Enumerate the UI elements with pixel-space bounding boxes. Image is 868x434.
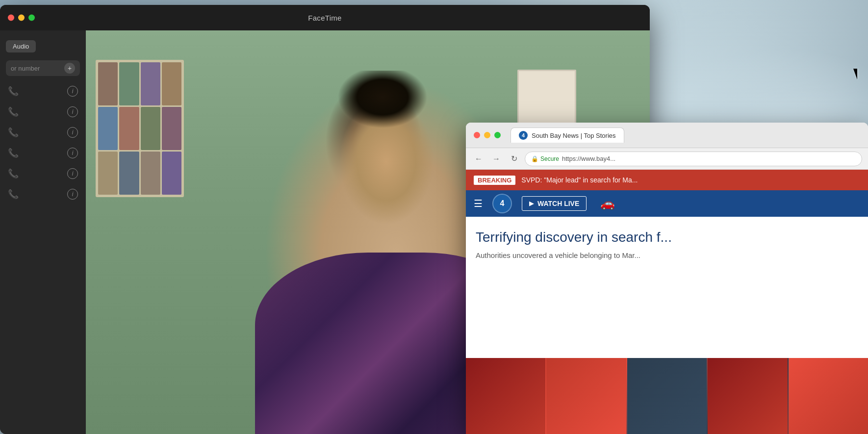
facetime-sidebar: Audio or number + 📞 i 📞 i 📞 i 📞 i — [0, 30, 86, 434]
audio-button[interactable]: Audio — [6, 40, 36, 52]
phone-icon: 📞 — [8, 86, 19, 97]
phone-icon: 📞 — [8, 148, 19, 158]
breaking-news-banner: BREAKING SVPD: "Major lead" in search fo… — [466, 170, 868, 190]
channel4-tab-icon: 4 — [519, 131, 528, 140]
browser-window-controls — [474, 132, 501, 138]
info-icon[interactable]: i — [67, 106, 78, 117]
browser-toolbar: ← → ↻ 🔒 Secure https://www.bay4... — [466, 148, 868, 170]
news-content: Terrifying discovery in search f... Auth… — [466, 217, 868, 434]
contact-item[interactable]: 📞 i — [0, 143, 86, 163]
contact-item[interactable]: 📞 i — [0, 102, 86, 122]
traffic-car-icon: 🚗 — [600, 197, 615, 210]
search-placeholder: or number — [11, 65, 40, 72]
info-icon[interactable]: i — [67, 127, 78, 138]
news-img-piece — [708, 358, 787, 434]
news-headline: Terrifying discovery in search f... — [476, 229, 858, 246]
browser-maximize-button[interactable] — [494, 132, 501, 138]
news-img-piece — [789, 358, 868, 434]
window-controls — [8, 15, 35, 21]
contact-item[interactable]: 📞 i — [0, 163, 86, 184]
facetime-minimize-button[interactable] — [18, 15, 25, 21]
contact-item[interactable]: 📞 i — [0, 184, 86, 204]
breaking-label: BREAKING — [474, 176, 515, 185]
channel4-logo: 4 — [492, 194, 512, 213]
back-button[interactable]: ← — [472, 152, 485, 166]
news-subtext: Authorities uncovered a vehicle belongin… — [476, 251, 858, 259]
facetime-title: FaceTime — [308, 14, 342, 22]
add-contact-button[interactable]: + — [64, 63, 75, 74]
url-text: https://www.bay4... — [562, 155, 615, 162]
news-img-piece — [466, 358, 545, 434]
secure-badge: 🔒 Secure — [531, 155, 559, 162]
breaking-news-text: SVPD: "Major lead" in search for Ma... — [521, 176, 638, 184]
browser-tab[interactable]: 4 South Bay News | Top Stories — [511, 128, 624, 143]
facetime-close-button[interactable] — [8, 15, 14, 21]
tab-title: South Bay News | Top Stories — [532, 132, 616, 139]
browser-titlebar: 4 South Bay News | Top Stories — [466, 123, 868, 148]
info-icon[interactable]: i — [67, 86, 78, 97]
news-img-piece — [546, 358, 626, 434]
phone-icon: 📞 — [8, 106, 19, 117]
contact-item[interactable]: 📞 i — [0, 122, 86, 143]
address-bar[interactable]: 🔒 Secure https://www.bay4... — [525, 152, 862, 166]
contact-list: 📞 i 📞 i 📞 i 📞 i 📞 i 📞 i — [0, 81, 86, 204]
hamburger-menu-icon[interactable]: ☰ — [474, 198, 483, 209]
info-icon[interactable]: i — [67, 148, 78, 158]
info-icon[interactable]: i — [67, 189, 78, 200]
search-box[interactable]: or number + — [6, 60, 80, 76]
phone-icon: 📞 — [8, 189, 19, 200]
browser-close-button[interactable] — [474, 132, 480, 138]
browser-minimize-button[interactable] — [484, 132, 490, 138]
info-icon[interactable]: i — [67, 168, 78, 179]
phone-icon: 📞 — [8, 168, 19, 179]
news-navbar: ☰ 4 ▶ WATCH LIVE 🚗 — [466, 190, 868, 217]
browser-window: 4 South Bay News | Top Stories ← → ↻ 🔒 S… — [466, 123, 868, 434]
lock-icon: 🔒 — [531, 155, 538, 162]
hair-detail — [311, 71, 454, 159]
forward-button[interactable]: → — [489, 152, 503, 166]
play-icon: ▶ — [529, 200, 534, 207]
facetime-titlebar: FaceTime — [0, 5, 650, 30]
phone-icon: 📞 — [8, 127, 19, 138]
watch-live-button[interactable]: ▶ WATCH LIVE — [522, 196, 587, 211]
contact-item[interactable]: 📞 i — [0, 81, 86, 102]
news-img-piece — [627, 358, 707, 434]
facetime-maximize-button[interactable] — [28, 15, 35, 21]
news-image — [466, 358, 868, 434]
news-image-overlay — [466, 358, 868, 434]
reload-button[interactable]: ↻ — [507, 152, 521, 166]
